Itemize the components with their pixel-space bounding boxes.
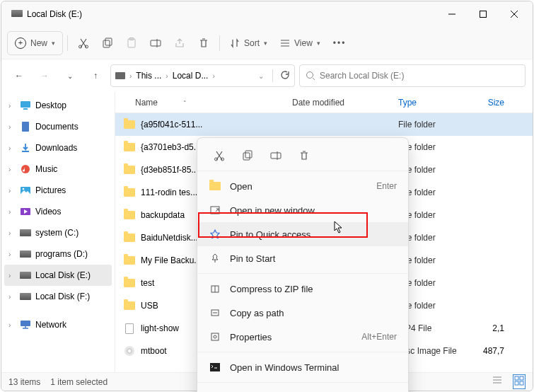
refresh-button[interactable]	[280, 70, 290, 82]
folder-icon	[122, 143, 137, 151]
svg-point-15	[307, 72, 313, 79]
sidebar: ›Desktop ›Documents ›Downloads ›Music ›P…	[1, 92, 115, 372]
more-button[interactable]: •••	[327, 31, 352, 55]
new-button[interactable]: + New ▾	[7, 31, 63, 55]
chevron-right-icon: ›	[211, 72, 216, 80]
properties-icon	[209, 332, 221, 342]
disc-icon	[122, 346, 137, 356]
folder-icon	[122, 234, 137, 242]
breadcrumb-seg[interactable]: Local D...	[173, 71, 209, 81]
toolbar: + New ▾ Sort ▾ View ▾ •••	[1, 27, 533, 59]
plus-icon: +	[15, 38, 26, 49]
column-name[interactable]: Name˄	[122, 98, 292, 108]
breadcrumb-seg[interactable]: This ...	[136, 71, 161, 81]
sidebar-item-drive-f[interactable]: ›Local Disk (F:)	[1, 286, 115, 307]
new-label: New	[30, 38, 47, 48]
thumbnails-view-icon[interactable]	[513, 374, 526, 389]
file-type: File folder	[398, 233, 469, 243]
drive-icon	[115, 72, 125, 79]
chevron-down-icon: ▾	[317, 40, 320, 47]
file-row[interactable]: {a95f041c-511...File folder	[115, 113, 533, 136]
ctx-open-new-window[interactable]: Open in new window	[197, 198, 408, 222]
column-type[interactable]: Type	[398, 98, 469, 108]
minimize-button[interactable]	[436, 4, 468, 25]
column-size[interactable]: Size	[469, 98, 504, 108]
sidebar-item-pictures[interactable]: ›Pictures	[1, 180, 115, 201]
cut-button[interactable]	[209, 145, 230, 166]
svg-rect-10	[151, 40, 161, 46]
up-button[interactable]: ↑	[85, 65, 106, 86]
status-count: 13 items	[8, 377, 40, 387]
ctx-open-terminal[interactable]: Open in Windows Terminal	[197, 355, 408, 379]
file-type: File folder	[398, 255, 469, 265]
ctx-pin-quick-access[interactable]: Pin to Quick access	[197, 222, 408, 246]
copy-button[interactable]	[96, 31, 119, 55]
sidebar-item-downloads[interactable]: ›Downloads	[1, 137, 115, 158]
sort-button[interactable]: Sort ▾	[224, 31, 273, 55]
open-icon	[209, 182, 221, 190]
chevron-down-icon[interactable]: ⌄	[257, 72, 265, 80]
file-size: 2,1	[469, 323, 504, 333]
ctx-properties[interactable]: PropertiesAlt+Enter	[197, 325, 408, 349]
search-icon	[306, 71, 315, 81]
svg-rect-33	[520, 381, 523, 385]
back-button[interactable]: ←	[8, 65, 30, 86]
file-type: File folder	[398, 278, 469, 288]
window-title: Local Disk (E:)	[27, 9, 82, 19]
ctx-show-more[interactable]: Show more optionsShift+F10	[197, 386, 408, 392]
svg-rect-47	[210, 363, 220, 371]
file-type: File folder	[398, 142, 469, 152]
ctx-copy-path[interactable]: Copy as path	[197, 301, 408, 325]
file-type: MP4 File	[398, 323, 469, 333]
svg-rect-45	[211, 333, 219, 340]
copy-button[interactable]	[237, 145, 258, 166]
rename-button[interactable]	[265, 145, 286, 166]
recent-chevron-icon[interactable]: ⌄	[59, 65, 81, 86]
titlebar: Local Disk (E:)	[1, 1, 533, 27]
drive-icon	[20, 229, 31, 236]
ctx-pin-start[interactable]: Pin to Start	[197, 246, 408, 270]
status-selection: 1 item selected	[50, 377, 108, 387]
sidebar-item-drive-c[interactable]: ›system (C:)	[1, 222, 115, 243]
file-name: {a95f041c-511...	[141, 120, 292, 129]
column-date[interactable]: Date modified	[292, 98, 398, 108]
sidebar-item-drive-d[interactable]: ›programs (D:)	[1, 243, 115, 265]
column-headers[interactable]: Name˄ Date modified Type Size	[115, 92, 533, 113]
folder-icon	[122, 188, 137, 197]
delete-button[interactable]	[294, 145, 315, 166]
breadcrumb[interactable]: › This ... › Local D... › ⌄	[110, 64, 295, 87]
svg-rect-1	[480, 11, 487, 18]
drive-icon	[20, 293, 31, 300]
sidebar-item-music[interactable]: ›Music	[1, 158, 115, 180]
sidebar-item-documents[interactable]: ›Documents	[1, 116, 115, 137]
view-button[interactable]: View ▾	[274, 31, 326, 55]
close-button[interactable]	[499, 4, 530, 25]
details-view-icon[interactable]	[492, 375, 503, 388]
cursor-icon	[334, 221, 344, 236]
sidebar-item-network[interactable]: ›Network	[1, 314, 115, 335]
paste-button[interactable]	[120, 31, 143, 55]
svg-rect-19	[22, 122, 29, 132]
search-input[interactable]: Search Local Disk (E:)	[299, 64, 526, 87]
svg-rect-6	[103, 40, 110, 47]
ctx-compress-zip[interactable]: Compress to ZIP file	[197, 277, 408, 301]
ctx-open[interactable]: OpenEnter	[197, 174, 408, 198]
sidebar-item-drive-e[interactable]: ›Local Disk (E:)	[4, 265, 112, 286]
svg-rect-37	[245, 151, 252, 158]
path-icon	[209, 308, 221, 318]
svg-rect-24	[21, 321, 30, 326]
cut-button[interactable]	[72, 31, 95, 55]
svg-rect-36	[243, 153, 250, 160]
file-type: File folder	[398, 120, 469, 129]
svg-point-22	[23, 188, 25, 190]
sidebar-item-videos[interactable]: ›Videos	[1, 201, 115, 222]
folder-icon	[122, 256, 137, 265]
forward-button[interactable]: →	[34, 65, 55, 86]
sidebar-item-desktop[interactable]: ›Desktop	[1, 95, 115, 116]
maximize-button[interactable]	[468, 4, 499, 25]
chevron-down-icon: ▾	[264, 40, 267, 47]
svg-line-16	[313, 78, 315, 80]
rename-button[interactable]	[144, 31, 167, 55]
share-button[interactable]	[168, 31, 191, 55]
delete-button[interactable]	[192, 31, 215, 55]
